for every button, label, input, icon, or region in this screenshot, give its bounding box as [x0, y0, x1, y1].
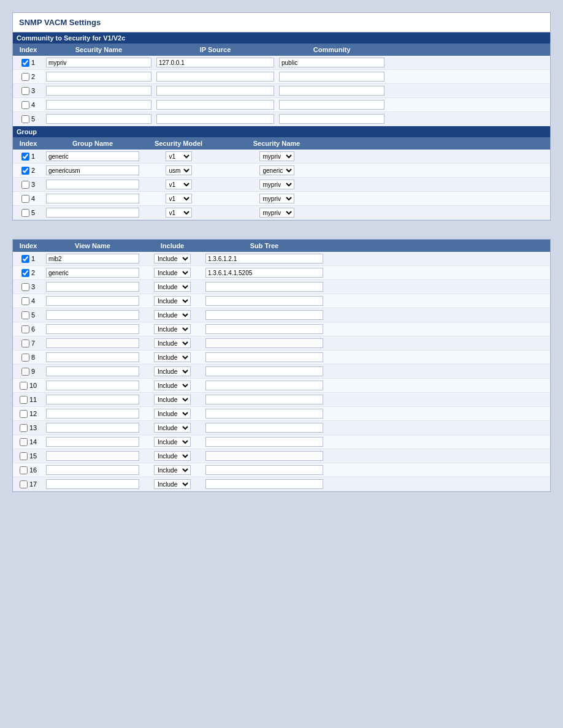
view-subtree-input-1[interactable] — [205, 254, 323, 264]
comm-ipsource-input-3[interactable] — [156, 86, 274, 96]
grp-secname-select-1[interactable]: myprivgenericmypub — [259, 151, 294, 161]
comm-community-input-2[interactable] — [279, 72, 385, 82]
view-checkbox-4[interactable] — [21, 297, 29, 305]
view-subtree-input-17[interactable] — [205, 479, 323, 489]
grp-name-input-1[interactable] — [46, 151, 139, 161]
view-include-select-9[interactable]: IncludeExclude — [154, 366, 191, 376]
view-name-input-17[interactable] — [46, 479, 139, 489]
view-include-select-3[interactable]: IncludeExclude — [154, 282, 191, 292]
grp-checkbox-3[interactable] — [21, 181, 29, 189]
grp-model-select-5[interactable]: v1v2cusm — [166, 208, 192, 218]
view-name-input-11[interactable] — [46, 395, 139, 404]
view-subtree-input-3[interactable] — [205, 282, 323, 292]
view-checkbox-5[interactable] — [21, 311, 29, 319]
view-checkbox-9[interactable] — [21, 368, 29, 376]
view-include-select-15[interactable]: IncludeExclude — [154, 451, 191, 461]
grp-name-input-2[interactable] — [46, 165, 139, 175]
view-include-select-10[interactable]: IncludeExclude — [154, 381, 191, 390]
comm-ipsource-input-1[interactable] — [156, 58, 274, 67]
comm-checkbox-5[interactable] — [21, 115, 29, 123]
grp-model-select-1[interactable]: v1v2cusm — [166, 151, 192, 161]
grp-secname-select-5[interactable]: myprivgenericmypub — [259, 208, 294, 218]
view-subtree-input-16[interactable] — [205, 465, 323, 475]
comm-secname-input-5[interactable] — [46, 114, 151, 124]
view-checkbox-2[interactable] — [21, 269, 29, 277]
view-name-input-5[interactable] — [46, 310, 139, 320]
view-checkbox-6[interactable] — [21, 325, 29, 333]
view-include-select-11[interactable]: IncludeExclude — [154, 395, 191, 404]
view-name-input-12[interactable] — [46, 409, 139, 419]
grp-name-input-3[interactable] — [46, 180, 139, 189]
grp-checkbox-5[interactable] — [21, 209, 29, 217]
view-checkbox-16[interactable] — [20, 466, 28, 474]
grp-model-select-2[interactable]: v1v2cusm — [166, 165, 192, 175]
view-name-input-9[interactable] — [46, 366, 139, 376]
view-checkbox-14[interactable] — [20, 438, 28, 446]
view-subtree-input-2[interactable] — [205, 268, 323, 278]
view-checkbox-3[interactable] — [21, 283, 29, 291]
view-subtree-input-15[interactable] — [205, 451, 323, 461]
view-subtree-input-13[interactable] — [205, 423, 323, 433]
view-subtree-input-12[interactable] — [205, 409, 323, 419]
view-include-select-5[interactable]: IncludeExclude — [154, 310, 191, 320]
view-name-input-7[interactable] — [46, 338, 139, 348]
grp-secname-select-4[interactable]: myprivgenericmypub — [259, 194, 294, 203]
view-name-input-14[interactable] — [46, 437, 139, 447]
view-name-input-8[interactable] — [46, 352, 139, 362]
view-checkbox-11[interactable] — [20, 396, 28, 404]
grp-secname-select-2[interactable]: myprivgenericmypub — [259, 165, 294, 175]
view-include-select-12[interactable]: IncludeExclude — [154, 409, 191, 419]
grp-name-input-4[interactable] — [46, 194, 139, 203]
view-checkbox-1[interactable] — [21, 255, 29, 263]
comm-secname-input-3[interactable] — [46, 86, 151, 96]
comm-secname-input-4[interactable] — [46, 100, 151, 110]
grp-checkbox-1[interactable] — [21, 153, 29, 161]
view-name-input-1[interactable] — [46, 254, 139, 264]
comm-ipsource-input-4[interactable] — [156, 100, 274, 110]
comm-checkbox-3[interactable] — [21, 87, 29, 95]
view-subtree-input-4[interactable] — [205, 296, 323, 306]
view-subtree-input-10[interactable] — [205, 381, 323, 390]
grp-name-input-5[interactable] — [46, 208, 139, 218]
view-subtree-input-7[interactable] — [205, 338, 323, 348]
grp-checkbox-4[interactable] — [21, 195, 29, 203]
view-name-input-2[interactable] — [46, 268, 139, 278]
comm-secname-input-2[interactable] — [46, 72, 151, 82]
view-include-select-2[interactable]: IncludeExclude — [154, 268, 191, 278]
view-checkbox-7[interactable] — [21, 339, 29, 347]
view-include-select-8[interactable]: IncludeExclude — [154, 352, 191, 362]
comm-checkbox-1[interactable] — [21, 59, 29, 67]
view-include-select-6[interactable]: IncludeExclude — [154, 324, 191, 334]
view-checkbox-10[interactable] — [20, 382, 28, 390]
comm-checkbox-4[interactable] — [21, 101, 29, 109]
view-name-input-13[interactable] — [46, 423, 139, 433]
grp-secname-select-3[interactable]: myprivgenericmypub — [259, 180, 294, 189]
grp-model-select-3[interactable]: v1v2cusm — [166, 180, 192, 189]
view-name-input-15[interactable] — [46, 451, 139, 461]
comm-community-input-5[interactable] — [279, 114, 385, 124]
comm-community-input-4[interactable] — [279, 100, 385, 110]
view-subtree-input-8[interactable] — [205, 352, 323, 362]
view-subtree-input-14[interactable] — [205, 437, 323, 447]
view-name-input-10[interactable] — [46, 381, 139, 390]
view-name-input-3[interactable] — [46, 282, 139, 292]
comm-community-input-3[interactable] — [279, 86, 385, 96]
view-checkbox-13[interactable] — [20, 424, 28, 432]
view-include-select-16[interactable]: IncludeExclude — [154, 465, 191, 475]
comm-community-input-1[interactable] — [279, 58, 385, 67]
view-subtree-input-6[interactable] — [205, 324, 323, 334]
grp-model-select-4[interactable]: v1v2cusm — [166, 194, 192, 203]
view-name-input-6[interactable] — [46, 324, 139, 334]
view-subtree-input-9[interactable] — [205, 366, 323, 376]
view-name-input-4[interactable] — [46, 296, 139, 306]
view-include-select-17[interactable]: IncludeExclude — [154, 479, 191, 489]
view-checkbox-8[interactable] — [21, 354, 29, 362]
view-include-select-4[interactable]: IncludeExclude — [154, 296, 191, 306]
view-checkbox-17[interactable] — [20, 480, 28, 488]
view-name-input-16[interactable] — [46, 465, 139, 475]
view-include-select-1[interactable]: IncludeExclude — [154, 254, 191, 264]
view-subtree-input-11[interactable] — [205, 395, 323, 404]
view-checkbox-15[interactable] — [20, 452, 28, 460]
comm-ipsource-input-5[interactable] — [156, 114, 274, 124]
view-checkbox-12[interactable] — [20, 410, 28, 418]
